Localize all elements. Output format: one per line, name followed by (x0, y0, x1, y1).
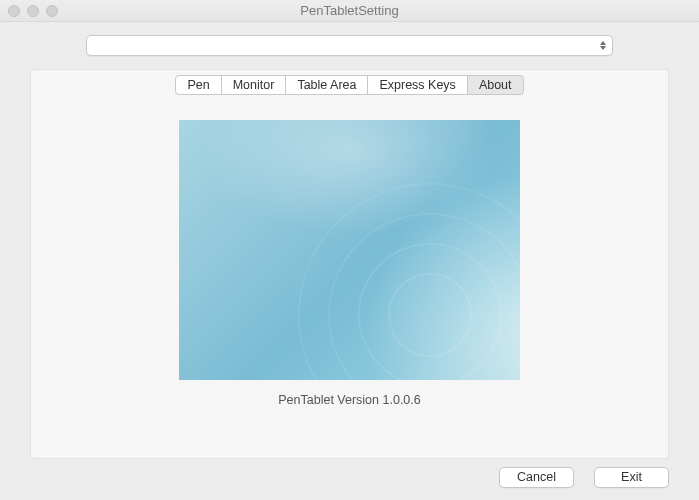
minimize-dot[interactable] (27, 5, 39, 17)
tab-table-area[interactable]: Table Area (285, 75, 368, 95)
button-label: Exit (621, 470, 642, 484)
tab-express-keys[interactable]: Express Keys (367, 75, 467, 95)
footer-buttons: Cancel Exit (499, 467, 669, 488)
tab-label: Pen (187, 78, 209, 92)
about-hero-image (179, 120, 520, 380)
titlebar: PenTabletSetting (0, 0, 699, 22)
tab-pen[interactable]: Pen (175, 75, 221, 95)
button-label: Cancel (517, 470, 556, 484)
zoom-dot[interactable] (46, 5, 58, 17)
content-panel: Pen Monitor Table Area Express Keys Abou… (30, 69, 669, 459)
device-select-bar (0, 22, 699, 64)
window-title: PenTabletSetting (0, 3, 699, 18)
tab-monitor[interactable]: Monitor (221, 75, 287, 95)
device-select[interactable] (86, 35, 613, 56)
tab-label: About (479, 78, 512, 92)
tab-about[interactable]: About (467, 75, 524, 95)
updown-icon (594, 37, 611, 54)
version-text: PenTablet Version 1.0.0.6 (278, 393, 420, 407)
tab-label: Monitor (233, 78, 275, 92)
close-dot[interactable] (8, 5, 20, 17)
tab-label: Express Keys (379, 78, 455, 92)
exit-button[interactable]: Exit (594, 467, 669, 488)
window-controls (8, 5, 58, 17)
tab-bar: Pen Monitor Table Area Express Keys Abou… (175, 75, 523, 95)
tab-label: Table Area (297, 78, 356, 92)
cancel-button[interactable]: Cancel (499, 467, 574, 488)
